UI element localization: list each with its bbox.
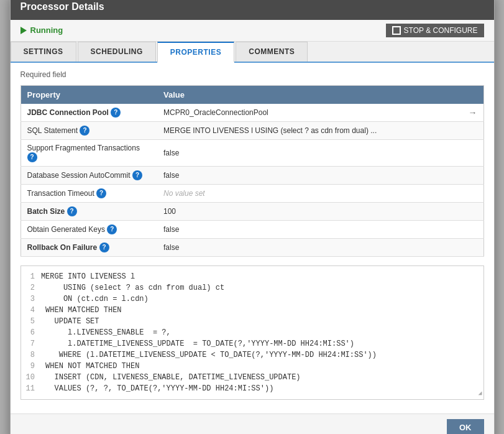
play-icon (21, 27, 27, 34)
status-label: Running (30, 25, 63, 35)
table-row: Transaction Timeout ? No value set (21, 184, 483, 202)
sql-line: 3 ON (ct.cdn = l.cdn) (26, 293, 479, 305)
tab-settings[interactable]: SETTINGS (11, 42, 76, 62)
prop-value-tt: No value set (157, 184, 462, 202)
col-value: Value (157, 85, 462, 104)
sql-lines: 1 MERGE INTO LIVENESS l 2 USING (select … (26, 271, 479, 394)
sql-line: 11 VALUES (?, ?, TO_DATE(?,'YYYY-MM-DD H… (26, 383, 479, 394)
sql-line: 1 MERGE INTO LIVENESS l (26, 271, 479, 282)
sql-editor[interactable]: 1 MERGE INTO LIVENESS l 2 USING (select … (21, 265, 484, 400)
sql-line: 5 UPDATE SET (26, 316, 479, 327)
help-icon-tt[interactable]: ? (96, 188, 106, 198)
sql-line: 10 INSERT (CDN, LIVENESS_ENABLE, DATETIM… (26, 372, 479, 383)
prop-value-bs: 100 (157, 202, 462, 220)
status-running: Running (21, 25, 63, 35)
tabs-bar: SETTINGS SCHEDULING PROPERTIES COMMENTS (11, 42, 494, 63)
help-icon-ogk[interactable]: ? (107, 224, 117, 234)
properties-table-body: JDBC Connection Pool ? MCPR0_OracleConne… (21, 104, 483, 257)
stop-configure-button[interactable]: STOP & CONFIGURE (386, 24, 484, 37)
prop-name-sql: SQL Statement ? (21, 121, 157, 139)
table-row: Rollback On Failure ? false (21, 238, 483, 256)
prop-value-sql: MERGE INTO LIVENESS l USING (select ? as… (157, 121, 462, 139)
sql-line: 8 WHERE (l.DATETIME_LIVENESS_UPDATE < TO… (26, 349, 479, 361)
help-icon-dsa[interactable]: ? (132, 170, 142, 180)
sql-line: 7 l.DATETIME_LIVENESS_UPDATE = TO_DATE(?… (26, 338, 479, 349)
table-row: SQL Statement ? MERGE INTO LIVENESS l US… (21, 121, 483, 139)
sql-line: 2 USING (select ? as cdn from dual) ct (26, 282, 479, 293)
table-row: Database Session AutoCommit ? false (21, 166, 483, 184)
table-row: Support Fragmented Transactions ? false (21, 139, 483, 166)
prop-value-jdbc: MCPR0_OracleConnectionPool (157, 104, 462, 122)
prop-value-rof: false (157, 238, 462, 256)
properties-table: Property Value JDBC Connection Pool ? MC… (21, 85, 484, 257)
tab-comments[interactable]: COMMENTS (236, 42, 308, 62)
help-icon-jdbc[interactable]: ? (111, 108, 121, 118)
prop-name-bs: Batch Size ? (21, 202, 157, 220)
stop-icon (392, 26, 401, 35)
stop-configure-label: STOP & CONFIGURE (404, 26, 478, 35)
prop-value-sft: false (157, 139, 462, 166)
prop-value-ogk: false (157, 220, 462, 238)
sql-line: 6 l.LIVENESS_ENABLE = ?, (26, 327, 479, 338)
properties-content: Required field Property Value JDBC Conne… (11, 63, 494, 413)
prop-value-dsa: false (157, 166, 462, 184)
modal-footer: OK (11, 413, 494, 435)
modal-title: Processor Details (21, 1, 104, 12)
prop-name-tt: Transaction Timeout ? (21, 184, 157, 202)
status-bar: Running STOP & CONFIGURE (11, 20, 494, 42)
table-row: Batch Size ? 100 (21, 202, 483, 220)
ok-button[interactable]: OK (447, 419, 484, 435)
sql-line: 4 WHEN MATCHED THEN (26, 305, 479, 316)
editor-resize-handle: ◢ (478, 389, 482, 398)
prop-name-ogk: Obtain Generated Keys ? (21, 220, 157, 238)
tab-properties[interactable]: PROPERTIES (157, 42, 234, 63)
prop-name-jdbc: JDBC Connection Pool ? (21, 104, 157, 122)
required-field-label: Required field (21, 70, 484, 79)
tab-scheduling[interactable]: SCHEDULING (78, 42, 156, 62)
help-icon-rof[interactable]: ? (99, 242, 109, 252)
help-icon-sft[interactable]: ? (27, 152, 37, 162)
sql-line: 9 WHEN NOT MATCHED THEN (26, 361, 479, 372)
table-row: Obtain Generated Keys ? false (21, 220, 483, 238)
prop-name-rof: Rollback On Failure ? (21, 238, 157, 256)
help-icon-sql[interactable]: ? (80, 126, 89, 136)
prop-arrow-jdbc: → (462, 104, 484, 122)
table-row: JDBC Connection Pool ? MCPR0_OracleConne… (21, 104, 483, 122)
modal-header: Processor Details (11, 0, 494, 20)
prop-name-sft: Support Fragmented Transactions ? (21, 139, 157, 166)
help-icon-bs[interactable]: ? (67, 206, 77, 216)
modal: Processor Details Running STOP & CONFIGU… (10, 0, 495, 434)
col-property: Property (21, 85, 157, 104)
prop-name-dsa: Database Session AutoCommit ? (21, 166, 157, 184)
